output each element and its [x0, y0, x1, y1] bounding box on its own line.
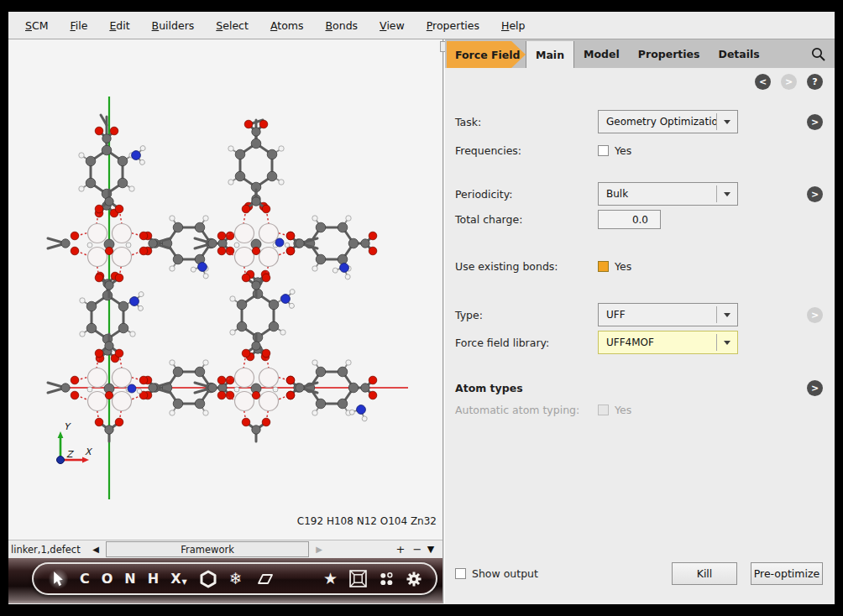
menu-properties[interactable]: Properties	[427, 19, 479, 32]
remove-frame-button[interactable]: −	[409, 543, 426, 556]
menu-help[interactable]: Help	[501, 19, 526, 32]
force-field-library-label: Force field library:	[455, 337, 598, 349]
add-frame-button[interactable]: +	[392, 543, 409, 556]
menu-bonds[interactable]: Bonds	[326, 19, 359, 32]
task-dropdown[interactable]: Geometry Optimization	[598, 110, 738, 133]
menu-select[interactable]: Select	[216, 19, 249, 32]
type-label: Type:	[455, 309, 598, 321]
element-hydrogen-button[interactable]: H	[148, 572, 159, 586]
chemical-formula: C192 H108 N12 O104 Zn32	[297, 515, 437, 527]
automatic-atom-typing-label: Automatic atom typing:	[455, 404, 598, 416]
back-button[interactable]: <	[755, 74, 771, 90]
task-label: Task:	[455, 116, 598, 128]
tab-model[interactable]: Model	[574, 39, 629, 68]
crystal-tool-icon[interactable]: ❄	[229, 571, 243, 587]
automatic-atom-typing-checkbox	[598, 405, 609, 415]
periodicity-row: Periodicity: Bulk >	[455, 182, 823, 206]
use-existing-bonds-row: Use existing bonds: Yes	[455, 258, 823, 274]
dropdown-arrow-icon[interactable]	[716, 334, 737, 351]
type-dropdown[interactable]: UFF	[598, 303, 738, 326]
menu-builders[interactable]: Builders	[152, 19, 195, 32]
frequencies-row: Frequencies: Yes	[455, 142, 823, 159]
menu-scm[interactable]: SCM	[25, 19, 48, 32]
periodicity-detail-button[interactable]: >	[807, 186, 823, 202]
kill-button[interactable]: Kill	[672, 562, 737, 585]
type-row: Type: UFF >	[455, 303, 823, 326]
fragments-dots-icon[interactable]	[379, 572, 394, 587]
app-window: SCM File Edit Builders Select Atoms Bond…	[8, 12, 835, 604]
search-icon[interactable]	[810, 39, 835, 68]
use-existing-bonds-checkbox[interactable]	[598, 261, 609, 272]
element-nitrogen-button[interactable]: N	[124, 572, 135, 586]
next-frame-icon[interactable]: ▶	[312, 545, 326, 554]
frame-strip: linker,1,defect ◀ Framework ▶ + − ▼	[8, 540, 442, 558]
atom-types-label: Atom types	[455, 382, 598, 394]
menu-atoms[interactable]: Atoms	[270, 19, 304, 32]
atom-types-detail-button[interactable]: >	[807, 380, 823, 396]
dropdown-arrow-icon[interactable]	[716, 306, 737, 323]
fragment-tab-framework[interactable]: Framework	[106, 541, 309, 557]
show-output-checkbox[interactable]	[455, 568, 466, 579]
total-charge-label: Total charge:	[455, 213, 598, 226]
automatic-atom-typing-row: Automatic atom typing: Yes	[455, 401, 823, 418]
total-charge-input[interactable]: 0.0	[598, 210, 661, 229]
periodic-box-icon[interactable]	[349, 570, 367, 587]
plane-tool-icon[interactable]	[254, 572, 275, 587]
element-oxygen-button[interactable]: O	[102, 572, 113, 586]
settings-gear-icon[interactable]	[406, 571, 422, 587]
use-existing-bonds-label: Use existing bonds:	[455, 260, 598, 273]
tab-main[interactable]: Main	[526, 41, 574, 68]
atom-types-row: Atom types >	[455, 379, 823, 396]
menu-file[interactable]: File	[70, 19, 87, 32]
element-picker-button[interactable]: X▼	[170, 572, 187, 586]
ring-tool-icon[interactable]	[199, 570, 217, 588]
preoptimize-button[interactable]: Pre-optimize	[751, 562, 823, 585]
type-detail-button: >	[807, 307, 823, 323]
force-field-library-dropdown[interactable]: UFF4MOF	[598, 331, 738, 354]
dropdown-arrow-icon[interactable]	[716, 185, 737, 202]
frequencies-label: Frequencies:	[455, 144, 598, 157]
menu-view[interactable]: View	[380, 19, 405, 32]
task-row: Task: Geometry Optimization >	[455, 110, 823, 133]
frequencies-checkbox[interactable]	[598, 145, 609, 156]
periodicity-dropdown[interactable]: Bulk	[598, 182, 738, 206]
frame-menu-icon[interactable]: ▼	[426, 544, 442, 555]
tab-details[interactable]: Details	[709, 39, 769, 68]
fragment-tab-linker[interactable]: linker,1,defect	[8, 544, 89, 556]
tab-properties[interactable]: Properties	[629, 39, 709, 68]
builder-toolbar-pill: C O N H X▼ ❄ ★	[32, 562, 437, 595]
forward-button[interactable]: >	[781, 74, 797, 90]
viewer-background	[8, 39, 442, 540]
panel-splitter[interactable]	[442, 39, 445, 603]
module-tab-force-field[interactable]: Force Field	[447, 41, 526, 68]
molecule-canvas[interactable]: Y X Z C192 H108 N12 O104 Zn32	[8, 39, 442, 540]
help-button[interactable]: ?	[807, 74, 823, 90]
panel-nav-row: < > ?	[455, 74, 823, 90]
panel-tab-bar: Force Field Main Model Properties Detail…	[445, 39, 835, 68]
builder-toolbar: C O N H X▼ ❄ ★	[8, 558, 442, 603]
molecule-viewer-column: Y X Z C192 H108 N12 O104 Zn32 linker,1,d…	[8, 39, 442, 603]
favorites-star-icon[interactable]: ★	[323, 571, 338, 587]
menu-bar: SCM File Edit Builders Select Atoms Bond…	[8, 12, 835, 39]
task-detail-button[interactable]: >	[807, 114, 823, 130]
prev-frame-icon[interactable]: ◀	[89, 545, 102, 554]
show-output-label: Show output	[472, 567, 538, 580]
force-field-library-row: Force field library: UFF4MOF	[455, 331, 823, 354]
pointer-tool-icon[interactable]	[49, 568, 68, 590]
menu-edit[interactable]: Edit	[109, 19, 129, 32]
total-charge-row: Total charge: 0.0	[455, 210, 823, 229]
panel-footer: Show output Kill Pre-optimize	[455, 562, 823, 585]
element-carbon-button[interactable]: C	[80, 572, 90, 586]
force-field-panel: Force Field Main Model Properties Detail…	[445, 39, 835, 603]
dropdown-arrow-icon[interactable]	[716, 113, 737, 130]
periodicity-label: Periodicity:	[455, 188, 598, 201]
